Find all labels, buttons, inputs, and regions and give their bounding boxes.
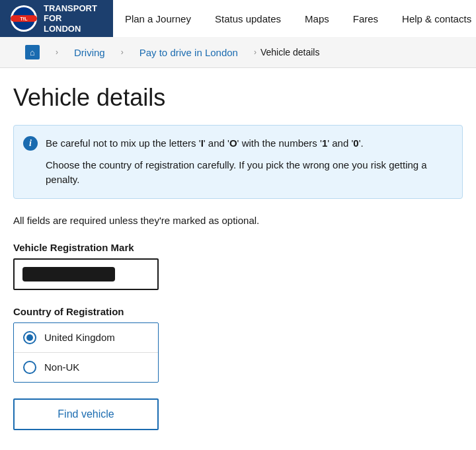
header: TfL TRANSPORT FOR LONDON Plan a Journey … — [0, 0, 476, 37]
tfl-logo-link[interactable]: TfL TRANSPORT FOR LONDON — [11, 3, 97, 34]
tfl-roundel-icon: TfL — [11, 5, 37, 32]
country-label: Country of Registration — [13, 306, 463, 317]
radio-option-uk[interactable]: United Kingdom — [14, 323, 158, 353]
info-letter-I: I — [201, 137, 204, 149]
breadcrumb-driving-link[interactable]: Driving — [62, 47, 117, 58]
info-number-0: 0 — [353, 137, 358, 149]
info-line-1: Be careful not to mix up the letters 'I'… — [46, 136, 452, 151]
main-content: Vehicle details i Be careful not to mix … — [0, 68, 476, 446]
radio-btn-uk — [23, 331, 36, 344]
nav-fares[interactable]: Fares — [341, 0, 390, 37]
breadcrumb-sep-1: › — [56, 48, 58, 57]
info-box: i Be careful not to mix up the letters '… — [13, 125, 463, 199]
nav-plan-journey[interactable]: Plan a Journey — [113, 0, 203, 37]
country-radio-group: United Kingdom Non-UK — [13, 322, 159, 383]
home-icon: ⌂ — [25, 45, 40, 59]
info-number-1: 1 — [322, 137, 327, 149]
radio-btn-non-uk — [23, 361, 36, 374]
nav-maps[interactable]: Maps — [293, 0, 341, 37]
country-form-group: Country of Registration United Kingdom N… — [13, 306, 463, 383]
vrm-form-group: Vehicle Registration Mark — [13, 242, 463, 290]
required-note: All fields are required unless they're m… — [13, 215, 463, 226]
breadcrumb-home-link[interactable]: ⌂ — [13, 45, 52, 59]
radio-option-non-uk[interactable]: Non-UK — [14, 353, 158, 382]
nav-help-contacts[interactable]: Help & contacts — [390, 0, 476, 37]
vrm-redacted-value — [22, 267, 115, 281]
info-letter-O: O — [229, 137, 237, 149]
svg-text:TfL: TfL — [20, 17, 28, 21]
info-icon: i — [23, 136, 38, 151]
radio-label-non-uk: Non-UK — [44, 361, 79, 373]
info-line-2: Choose the country of registration caref… — [46, 158, 452, 188]
breadcrumb-pay-to-drive-link[interactable]: Pay to drive in London — [128, 47, 250, 58]
breadcrumb: ⌂ › Driving › Pay to drive in London › V… — [0, 37, 476, 68]
brand-name: TRANSPORT FOR LONDON — [44, 3, 97, 34]
page-title: Vehicle details — [13, 84, 463, 112]
vrm-label: Vehicle Registration Mark — [13, 242, 463, 253]
radio-label-uk: United Kingdom — [44, 332, 115, 343]
breadcrumb-sep-3: › — [254, 48, 257, 57]
breadcrumb-current: Vehicle details — [260, 47, 320, 57]
breadcrumb-sep-2: › — [121, 48, 124, 57]
find-vehicle-button[interactable]: Find vehicle — [13, 398, 159, 430]
nav-status-updates[interactable]: Status updates — [203, 0, 293, 37]
main-nav: Plan a Journey Status updates Maps Fares… — [113, 0, 476, 37]
